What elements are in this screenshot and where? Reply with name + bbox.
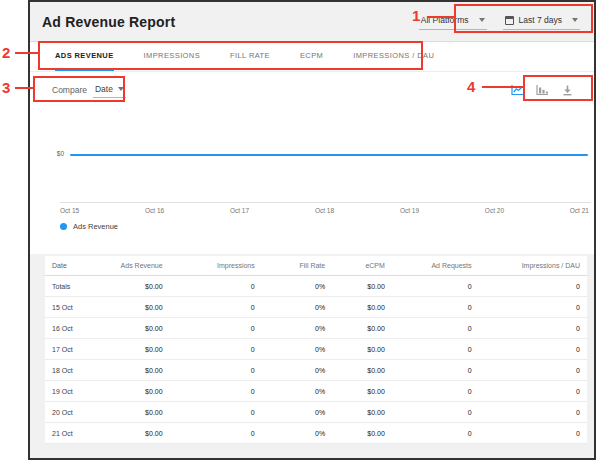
x-axis-labels: Oct 15 Oct 16 Oct 17 Oct 18 Oct 19 Oct 2… [60,207,589,214]
x-tick: Oct 21 [570,207,589,214]
cell: 18 Oct [45,360,110,381]
table-row: 21 Oct $0.00 0 0% $0.00 0 0 [45,423,587,444]
line-chart-icon[interactable] [511,84,524,96]
cell: 17 Oct [45,339,110,360]
page-title: Ad Revenue Report [42,14,419,30]
col-ecpm: eCPM [332,256,392,276]
chevron-down-icon [118,87,124,91]
x-tick: Oct 15 [60,207,79,214]
cell: 0 [392,297,479,318]
cell: 0 [479,318,587,339]
platform-filter-value: All Platforms [421,15,469,25]
cell: 0% [262,276,332,297]
report-window: Ad Revenue Report All Platforms Last 7 d… [28,0,596,460]
cell: 0 [479,276,587,297]
tab-impressions-dau[interactable]: IMPRESSIONS / DAU [353,42,434,71]
cell: 0% [262,402,332,423]
table-row: 17 Oct $0.00 0 0% $0.00 0 0 [45,339,587,360]
cell: 0 [392,423,479,444]
calendar-icon [505,16,514,25]
cell: $0.00 [110,297,170,318]
cell: 0 [392,402,479,423]
cell: $0.00 [110,360,170,381]
chevron-down-icon [479,18,485,22]
x-tick: Oct 17 [230,207,249,214]
cell: $0.00 [110,339,170,360]
cell: $0.00 [332,423,392,444]
table-row: 16 Oct $0.00 0 0% $0.00 0 0 [45,318,587,339]
revenue-line-chart: $0 Oct 15 Oct 16 Oct 17 Oct 18 Oct 19 Oc… [30,108,594,254]
x-tick: Oct 18 [315,207,334,214]
report-header: Ad Revenue Report All Platforms Last 7 d… [30,2,594,42]
cell: 0 [170,339,262,360]
cell: 0 [479,402,587,423]
cell: 0% [262,318,332,339]
cell: 0 [170,360,262,381]
cell: 0 [479,339,587,360]
cell: 0% [262,339,332,360]
cell: 0% [262,297,332,318]
cell: $0.00 [332,297,392,318]
metrics-table: Date Ads Revenue Impressions Fill Rate e… [45,256,587,444]
cell: $0.00 [332,360,392,381]
platform-filter-dropdown[interactable]: All Platforms [419,13,487,30]
col-fill-rate: Fill Rate [262,256,332,276]
compare-label: Compare [52,85,87,95]
cell: 0% [262,381,332,402]
y-axis-tick: $0 [48,150,64,157]
cell: 0 [170,402,262,423]
col-impressions-dau: Impressions / DAU [479,256,587,276]
compare-control: Compare Date [52,83,126,98]
cell: $0.00 [332,381,392,402]
tab-fill-rate[interactable]: FILL RATE [230,42,270,71]
cell: 0 [392,360,479,381]
cell: 0 [392,381,479,402]
tab-ads-revenue[interactable]: ADS REVENUE [55,42,114,71]
tab-ecpm[interactable]: ECPM [300,42,323,71]
cell: 21 Oct [45,423,110,444]
col-ads-revenue: Ads Revenue [110,256,170,276]
table-row: Totals $0.00 0 0% $0.00 0 0 [45,276,587,297]
cell: 20 Oct [45,402,110,423]
cell: $0.00 [110,402,170,423]
download-icon[interactable] [561,84,574,96]
x-axis-line [60,202,591,203]
cell: 0 [170,276,262,297]
cell: 0 [392,276,479,297]
cell: $0.00 [110,276,170,297]
annotation-2-label: 2 [2,44,10,61]
cell: $0.00 [110,318,170,339]
header-filters: All Platforms Last 7 days [419,13,580,30]
cell: $0.00 [332,276,392,297]
annotation-3-label: 3 [2,79,10,96]
table-row: 15 Oct $0.00 0 0% $0.00 0 0 [45,297,587,318]
table-row: 18 Oct $0.00 0 0% $0.00 0 0 [45,360,587,381]
cell: 0 [170,297,262,318]
cell: 15 Oct [45,297,110,318]
compare-select[interactable]: Date [93,83,126,98]
cell: 0 [479,360,587,381]
table-row: 20 Oct $0.00 0 0% $0.00 0 0 [45,402,587,423]
cell: $0.00 [332,318,392,339]
cell: $0.00 [110,381,170,402]
metric-tabs: ADS REVENUE IMPRESSIONS FILL RATE ECPM I… [30,42,594,72]
date-range-dropdown[interactable]: Last 7 days [503,13,580,30]
chart-toolbar: Compare Date [30,72,594,108]
legend-dot-icon [60,223,67,230]
cell: 0% [262,423,332,444]
cell: $0.00 [110,423,170,444]
col-ad-requests: Ad Requests [392,256,479,276]
tab-impressions[interactable]: IMPRESSIONS [144,42,201,71]
cell: 0 [170,423,262,444]
bar-chart-icon[interactable] [536,84,549,96]
cell: 16 Oct [45,318,110,339]
ads-revenue-series-line [70,154,588,156]
cell: 0 [170,381,262,402]
x-tick: Oct 20 [485,207,504,214]
col-date: Date [45,256,110,276]
cell: 0 [479,297,587,318]
cell: $0.00 [332,402,392,423]
cell: 0 [479,423,587,444]
chart-legend: Ads Revenue [60,222,118,231]
date-range-value: Last 7 days [519,15,562,25]
